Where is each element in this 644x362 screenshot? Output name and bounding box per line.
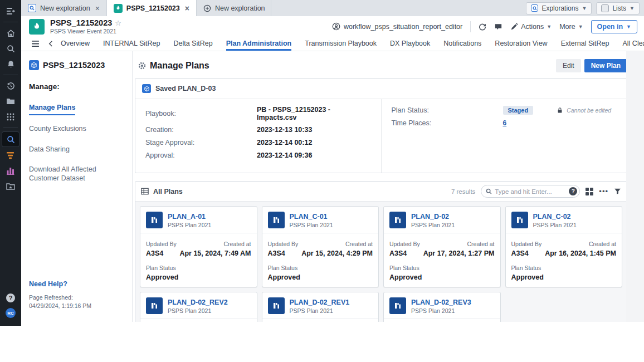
current-user[interactable]: workflow_psps_situation_report_editor [332,22,462,31]
more-options-icon[interactable]: ••• [599,189,608,194]
rail-divider [3,22,18,22]
search-icon[interactable] [0,41,21,56]
tab-new-exploration[interactable]: New exploration × [21,0,107,16]
contour-app-icon[interactable] [0,148,21,163]
quiver-chart-app-icon[interactable] [0,163,21,179]
tab-delta-sitrep[interactable]: Delta SitRep [173,37,212,51]
user-avatar[interactable]: RC [6,308,16,318]
page-refreshed-value: 04/29/2024, 1:19:16 PM [29,302,91,310]
sidebar-item-county-exclusions[interactable]: County Exclusions [29,124,124,133]
saved-plan-fields: Playbook:PB - PSPS_12152023 - Impacts.cs… [135,99,381,173]
sidebar-item-download-dataset[interactable]: Download All Affected Customer Dataset [29,165,118,183]
refresh-button[interactable] [479,23,486,31]
plan-name-link[interactable]: PLAN_D-02 [411,213,449,221]
tab-psps-12152023[interactable]: PSPS_12152023 × [107,0,197,16]
folder-star-icon[interactable] [0,179,21,194]
lists-button[interactable]: Lists ▼ [596,2,640,14]
plan-card-header: PLAN_D-02_REV2 PSPS Plan 2021 [140,292,257,319]
more-button[interactable]: More ▼ [559,23,583,31]
main-header: Manage Plans Edit New Plan [135,57,627,78]
tab-overview[interactable]: Overview [61,37,90,51]
tab-new-exploration-button[interactable]: New exploration [197,0,271,16]
sidebar-item-manage-plans[interactable]: Manage Plans [29,103,75,115]
filter-icon[interactable] [614,188,621,195]
main-area: Manage Plans Edit New Plan Saved PLAN_D-… [133,51,644,322]
plan-card[interactable]: PLAN_D-02 PSPS Plan 2021 Updated ByA3S4 … [383,206,501,287]
app-title-block: PSPS_12152023 ☆ PSPS Viewer Event 2021 [50,19,121,35]
actions-pen-icon [510,23,518,31]
plan-card-header: PLAN_D-02_REV3 PSPS Plan 2021 [384,292,500,319]
close-icon[interactable]: × [184,4,191,13]
panel-title-row: PSPS_12152023 [29,60,124,70]
notifications-bell-icon[interactable] [0,56,21,72]
plan-name-link[interactable]: PLAN_A-01 [168,213,206,221]
rail-divider [3,75,18,75]
tab-all-clear[interactable]: All Clear [622,37,644,51]
tab-plan-administration[interactable]: Plan Administration [226,37,292,51]
tab-external-sitrep[interactable]: External SitRep [561,37,609,51]
search-help-icon[interactable]: ? [569,187,577,195]
app-flame-icon [29,19,45,35]
saved-plan-body: Playbook:PB - PSPS_12152023 - Impacts.cs… [135,99,627,173]
plan-card-header: PLAN_A-01 PSPS Plan 2021 [140,207,257,233]
plan-object-icon [146,297,163,314]
open-in-button[interactable]: Open in ▼ [591,20,637,33]
field-value: 2023-12-14 09:36 [257,151,312,159]
edit-button[interactable]: Edit [556,59,581,72]
lists-icon [601,4,609,12]
panel-section-label: Manage: [29,82,124,91]
nav-menu-icon[interactable] [27,37,44,51]
tab-internal-sitrep[interactable]: INTERNAL SitRep [103,37,160,51]
field-label: Creation: [145,126,257,134]
field-label: Approval: [145,151,257,159]
gear-icon[interactable] [138,62,146,70]
plan-name-link[interactable]: PLAN_D-02_REV2 [168,299,228,306]
updated-by-value: A3S4 [146,250,177,257]
plan-card-body: Updated ByA3S4 Created atApr 17, 2024, 1… [384,233,500,287]
plan-name-link[interactable]: PLAN_C-02 [533,213,571,221]
plan-object-icon [511,212,528,228]
plan-card[interactable]: PLAN_C-01 PSPS Plan 2021 Updated ByA3S4 … [262,206,379,287]
tab-restoration-view[interactable]: Restoration View [495,37,547,51]
tab-notifications[interactable]: Notifications [443,37,481,51]
home-icon[interactable] [0,25,21,41]
chevron-left-icon[interactable] [44,37,57,51]
explorations-button[interactable]: Explorations ▼ [526,2,592,14]
plan-subtitle: PSPS Plan 2021 [411,222,455,228]
tab-dx-playbook[interactable]: DX Playbook [390,37,430,51]
search-icon [486,188,492,194]
tab-strip-right: Explorations ▼ Lists ▼ [526,0,644,16]
page-title: Manage Plans [138,61,209,71]
all-plans-controls: 7 results ? ••• [451,185,621,198]
close-icon[interactable]: × [94,4,101,13]
exploration-search-icon[interactable] [2,132,19,146]
plan-card[interactable]: PLAN_A-01 PSPS Plan 2021 Updated ByA3S4 … [140,206,257,287]
help-icon[interactable]: ? [6,293,15,302]
tab-transmission-playbook[interactable]: Transmission Playbook [305,37,377,51]
plan-object-icon [389,297,406,314]
plan-name-link[interactable]: PLAN_C-01 [290,213,328,221]
star-favorite-icon[interactable]: ☆ [115,19,121,27]
new-plan-button[interactable]: New Plan [584,59,627,72]
menu-expand-icon[interactable] [0,3,21,19]
sidebar-item-data-sharing[interactable]: Data Sharing [29,145,124,154]
plan-name-link[interactable]: PLAN_D-02_REV1 [290,299,350,306]
apps-grid-icon[interactable] [0,109,21,125]
grid-view-icon[interactable] [586,188,593,195]
search-input[interactable] [495,188,566,195]
status-label: Plan Status: [392,106,503,114]
created-at-label: Created at [589,241,616,247]
comment-button[interactable] [494,23,502,31]
plan-object-icon [268,297,285,314]
plan-card-header: PLAN_C-01 PSPS Plan 2021 [262,207,379,233]
all-plans-title: All Plans [153,188,183,195]
plan-card[interactable]: PLAN_C-02 PSPS Plan 2021 Updated ByA3S4 … [505,206,623,287]
updated-by-label: Updated By [389,241,420,247]
plan-name-link[interactable]: PLAN_D-02_REV3 [411,299,471,306]
history-icon[interactable] [0,78,21,94]
time-places-link[interactable]: 6 [503,119,507,127]
need-help-link[interactable]: Need Help? [29,280,91,288]
folder-icon[interactable] [0,94,21,109]
actions-button[interactable]: Actions ▼ [510,23,552,31]
page-bottom-blank [0,322,644,362]
